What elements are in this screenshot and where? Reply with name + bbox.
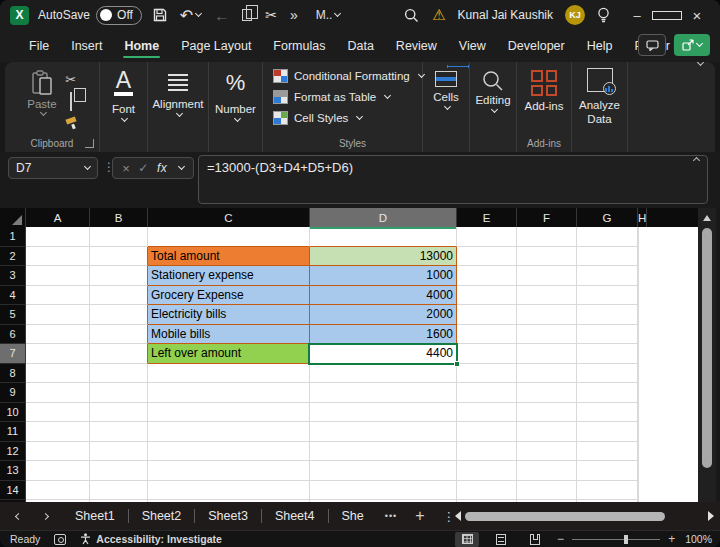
cell-E5[interactable]	[457, 305, 517, 325]
horizontal-scroll-thumb[interactable]	[465, 512, 665, 521]
cell-D9[interactable]	[310, 383, 457, 403]
cell-H11[interactable]	[638, 422, 639, 442]
cell-A8[interactable]	[26, 364, 90, 384]
prev-sheet-button[interactable]	[15, 512, 22, 519]
cell-E9[interactable]	[457, 383, 517, 403]
cell-C4[interactable]: Grocery Expense	[148, 286, 310, 306]
cell-E13[interactable]	[457, 461, 517, 481]
cell-F4[interactable]	[517, 286, 577, 306]
cell-B6[interactable]	[90, 325, 148, 345]
cell-D2[interactable]: 13000	[310, 247, 457, 267]
cell-H10[interactable]	[638, 403, 639, 423]
more-sheets-icon[interactable]: •••	[385, 511, 397, 521]
column-header-E[interactable]: E	[457, 208, 517, 227]
cell-G6[interactable]	[577, 325, 638, 345]
cell-G10[interactable]	[577, 403, 638, 423]
cell-G3[interactable]	[577, 266, 638, 286]
normal-view-button[interactable]	[455, 532, 479, 547]
column-header-H[interactable]: H	[638, 208, 647, 227]
cell-A14[interactable]	[26, 481, 90, 501]
avatar[interactable]: KJ	[565, 5, 585, 25]
sheet-tab-sheet1[interactable]: Sheet1	[62, 509, 128, 523]
cell-D7[interactable]: 4400	[310, 344, 457, 364]
horizontal-scrollbar[interactable]	[455, 511, 714, 521]
cell-G12[interactable]	[577, 442, 638, 462]
cell-B3[interactable]	[90, 266, 148, 286]
page-break-view-button[interactable]	[523, 532, 547, 547]
sheet-tab-sheet5[interactable]: She	[329, 509, 377, 523]
scroll-right-arrow-icon[interactable]	[708, 511, 714, 521]
cell-F13[interactable]	[517, 461, 577, 481]
close-button[interactable]: ×	[682, 7, 712, 24]
cancel-button[interactable]: ×	[122, 161, 130, 176]
cell-B13[interactable]	[90, 461, 148, 481]
cell-B10[interactable]	[90, 403, 148, 423]
cell-H6[interactable]	[638, 325, 639, 345]
select-all-button[interactable]	[0, 208, 26, 227]
conditional-formatting-button[interactable]: Conditional Formatting	[273, 69, 424, 83]
row-header-7[interactable]: 7	[0, 344, 26, 364]
cell-H3[interactable]	[638, 266, 639, 286]
cell-F12[interactable]	[517, 442, 577, 462]
cell-A6[interactable]	[26, 325, 90, 345]
clipboard-dialog-launcher[interactable]	[85, 139, 94, 148]
format-as-table-button[interactable]: Format as Table	[273, 90, 390, 104]
share-button[interactable]	[674, 34, 710, 56]
cell-A1[interactable]	[26, 227, 90, 247]
cell-F7[interactable]	[517, 344, 577, 364]
cell-F3[interactable]	[517, 266, 577, 286]
cell-G1[interactable]	[577, 227, 638, 247]
row-header-5[interactable]: 5	[0, 305, 26, 325]
cell-D4[interactable]: 4000	[310, 286, 457, 306]
cell-A7[interactable]	[26, 344, 90, 364]
cell-B2[interactable]	[90, 247, 148, 267]
cell-C11[interactable]	[148, 422, 310, 442]
tab-data[interactable]: Data	[336, 33, 384, 59]
cell-styles-button[interactable]: Cell Styles	[273, 111, 362, 125]
sheet-tab-sheet4[interactable]: Sheet4	[262, 509, 328, 523]
user-name[interactable]: Kunal Jai Kaushik	[458, 8, 553, 22]
cell-C9[interactable]	[148, 383, 310, 403]
tab-formulas[interactable]: Formulas	[262, 33, 336, 59]
collapse-formula-bar-button[interactable]	[693, 157, 700, 164]
cell-G5[interactable]	[577, 305, 638, 325]
cell-G4[interactable]	[577, 286, 638, 306]
maximize-button[interactable]	[652, 8, 682, 23]
row-header-1[interactable]: 1	[0, 227, 26, 247]
number-group-button[interactable]: % Number	[209, 62, 263, 152]
cell-H1[interactable]	[638, 227, 639, 247]
format-painter-button[interactable]	[65, 117, 77, 129]
zoom-in-button[interactable]: +	[668, 532, 675, 546]
cell-D1[interactable]	[310, 227, 457, 247]
cell-C1[interactable]	[148, 227, 310, 247]
analyze-data-button[interactable]: Analyze Data	[572, 62, 628, 152]
cut-button[interactable]: ✂	[65, 72, 76, 87]
zoom-out-button[interactable]: −	[557, 532, 564, 546]
cell-B7[interactable]	[90, 344, 148, 364]
cell-D6[interactable]: 1600	[310, 325, 457, 345]
sheet-tab-sheet3[interactable]: Sheet3	[195, 509, 261, 523]
cell-B11[interactable]	[90, 422, 148, 442]
column-header-A[interactable]: A	[26, 208, 90, 227]
name-box[interactable]: D7	[8, 157, 98, 179]
document-title-menu[interactable]: M..	[314, 8, 343, 22]
scroll-up-arrow-icon[interactable]	[703, 215, 711, 221]
cell-F10[interactable]	[517, 403, 577, 423]
cell-B5[interactable]	[90, 305, 148, 325]
tab-developer[interactable]: Developer	[497, 33, 576, 59]
cell-D5[interactable]: 2000	[310, 305, 457, 325]
cell-A13[interactable]	[26, 461, 90, 481]
cell-F6[interactable]	[517, 325, 577, 345]
cell-D3[interactable]: 1000	[310, 266, 457, 286]
zoom-slider[interactable]	[572, 539, 660, 540]
cell-C7[interactable]: Left over amount	[148, 344, 310, 364]
cell-D11[interactable]	[310, 422, 457, 442]
row-header-4[interactable]: 4	[0, 286, 26, 306]
cell-F1[interactable]	[517, 227, 577, 247]
cell-D8[interactable]	[310, 364, 457, 384]
cell-C6[interactable]: Mobile bills	[148, 325, 310, 345]
cell-A3[interactable]	[26, 266, 90, 286]
column-header-C[interactable]: C	[148, 208, 310, 227]
new-sheet-button[interactable]: +	[415, 507, 424, 525]
cell-G9[interactable]	[577, 383, 638, 403]
